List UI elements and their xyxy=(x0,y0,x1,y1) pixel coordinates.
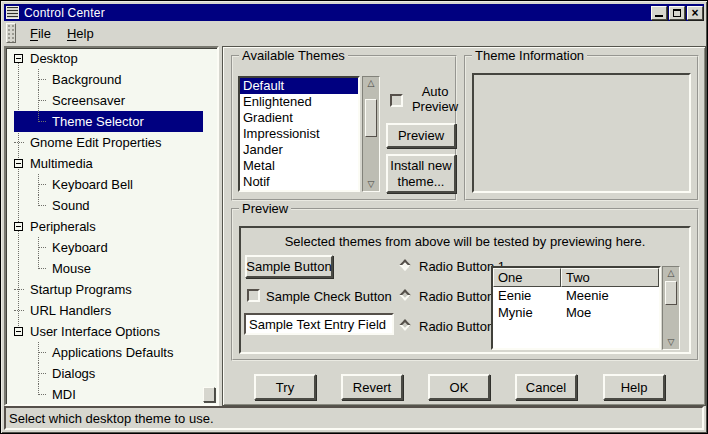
tree-item-screensaver[interactable]: Screensaver xyxy=(14,90,203,111)
sample-checkbox-label: Sample Check Button xyxy=(266,289,392,304)
tree-scrollbar-thumb[interactable] xyxy=(203,387,215,402)
preview-area: Selected themes from above will be teste… xyxy=(239,226,691,354)
settings-panel: Available Themes Default Enlightened Gra… xyxy=(222,46,706,406)
table-scrollbar[interactable]: △ ▽ xyxy=(662,266,680,350)
tree-item-dialogs[interactable]: Dialogs xyxy=(14,363,203,384)
tree-item-label: Keyboard xyxy=(52,240,108,255)
tree-item-multimedia[interactable]: Multimedia xyxy=(14,153,203,174)
tree-connector xyxy=(34,90,46,111)
available-themes-title: Available Themes xyxy=(239,48,348,63)
theme-list-item[interactable]: Default xyxy=(240,78,358,94)
tree-connector xyxy=(34,258,46,279)
close-icon: × xyxy=(691,7,698,19)
theme-list-item[interactable]: Enlightened xyxy=(240,94,358,110)
menubar: File Help xyxy=(4,21,704,45)
tree-item-peripherals[interactable]: Peripherals xyxy=(14,216,203,237)
auto-preview-checkbox[interactable] xyxy=(390,94,403,107)
category-tree: Desktop Background Screensaver Theme Sel… xyxy=(4,46,219,406)
scroll-down-icon[interactable]: ▽ xyxy=(363,178,379,191)
table-header-one[interactable]: One xyxy=(493,268,561,287)
revert-button[interactable]: Revert xyxy=(341,374,403,400)
tree-connector xyxy=(34,237,46,258)
theme-list-item[interactable]: Gradient xyxy=(240,110,358,126)
sample-text-entry[interactable] xyxy=(244,313,394,335)
ok-button[interactable]: OK xyxy=(428,374,490,400)
menu-file[interactable]: File xyxy=(22,24,59,43)
tree-connector xyxy=(34,111,46,132)
tree-item-background[interactable]: Background xyxy=(14,69,203,90)
tree-item-url-handlers[interactable]: URL Handlers xyxy=(14,300,203,321)
table-header-two[interactable]: Two xyxy=(561,268,659,287)
tree-item-label: Theme Selector xyxy=(52,114,144,129)
tree-item-label: Mouse xyxy=(52,261,91,276)
tree-item-label: Screensaver xyxy=(52,93,125,108)
statusbar: Select which desktop theme to use. xyxy=(4,406,704,430)
scroll-up-icon[interactable]: △ xyxy=(363,77,379,90)
tree-item-keyboard[interactable]: Keyboard xyxy=(14,237,203,258)
tree-connector xyxy=(34,384,46,405)
sample-checkbox[interactable] xyxy=(247,289,260,302)
radio-button-2[interactable] xyxy=(399,289,410,300)
status-text: Select which desktop theme to use. xyxy=(9,411,214,426)
table-row[interactable]: Mynie Moe xyxy=(493,304,659,321)
tree-item-label: Keyboard Bell xyxy=(52,177,133,192)
radio-button-3[interactable] xyxy=(399,319,410,330)
tree-item-label: Sound xyxy=(52,198,90,213)
table-scrollbar-thumb[interactable] xyxy=(665,281,677,305)
tree-connector xyxy=(34,69,46,90)
sample-button[interactable]: Sample Button xyxy=(245,255,333,278)
themes-scrollbar-thumb[interactable] xyxy=(365,99,377,137)
tree-expander-icon[interactable] xyxy=(14,159,23,168)
themes-list: Default Enlightened Gradient Impressioni… xyxy=(238,76,360,192)
sample-table: One Two Eenie Meenie Mynie Moe xyxy=(491,266,661,350)
available-themes-frame: Available Themes Default Enlightened Gra… xyxy=(231,55,457,201)
minimize-button[interactable] xyxy=(651,6,667,20)
tree-expander-icon[interactable] xyxy=(14,222,23,231)
tree-connector xyxy=(34,195,46,216)
install-new-theme-button[interactable]: Install new theme... xyxy=(386,154,456,193)
tree-connector xyxy=(14,310,24,311)
theme-list-item[interactable]: Notif xyxy=(240,174,358,190)
tree-item-applications-defaults[interactable]: Applications Defaults xyxy=(14,342,203,363)
preview-button[interactable]: Preview xyxy=(386,123,456,148)
menu-help-rest: elp xyxy=(76,26,93,41)
tree-item-gnome-edit-properties[interactable]: Gnome Edit Properties xyxy=(14,132,203,153)
theme-list-item[interactable]: Impressionist xyxy=(240,126,358,142)
tree-item-label: Startup Programs xyxy=(30,282,132,297)
auto-preview-label: Auto Preview xyxy=(407,84,463,114)
scroll-up-icon[interactable]: △ xyxy=(663,267,679,280)
menu-help[interactable]: Help xyxy=(59,24,102,43)
window-controls: × xyxy=(651,6,704,20)
tree-item-label: User Interface Options xyxy=(30,324,160,339)
themes-scrollbar[interactable]: △ ▽ xyxy=(362,76,380,192)
tree-expander-icon[interactable] xyxy=(14,327,23,336)
tree-item-mdi[interactable]: MDI xyxy=(14,384,203,405)
close-button[interactable]: × xyxy=(687,6,703,20)
tree-item-label: Multimedia xyxy=(30,156,93,171)
tree-item-user-interface-options[interactable]: User Interface Options xyxy=(14,321,203,342)
tree-item-desktop[interactable]: Desktop xyxy=(14,48,203,69)
table-row[interactable]: Eenie Meenie xyxy=(493,287,659,304)
tree-item-label: Peripherals xyxy=(30,219,96,234)
tree-connector xyxy=(14,142,24,143)
table-cell: Eenie xyxy=(493,287,561,304)
minimize-icon xyxy=(655,15,663,17)
help-button[interactable]: Help xyxy=(603,374,665,400)
menu-drag-handle-icon[interactable] xyxy=(6,23,16,43)
tree-item-mouse[interactable]: Mouse xyxy=(14,258,203,279)
maximize-button[interactable] xyxy=(669,6,685,20)
theme-list-item[interactable]: Metal xyxy=(240,158,358,174)
titlebar[interactable]: Control Center × xyxy=(4,4,704,21)
scroll-down-icon[interactable]: ▽ xyxy=(663,336,679,349)
try-button[interactable]: Try xyxy=(254,374,316,400)
tree-item-startup-programs[interactable]: Startup Programs xyxy=(14,279,203,300)
window-menu-icon[interactable] xyxy=(6,6,19,19)
tree-expander-icon[interactable] xyxy=(14,54,23,63)
sample-table-header: One Two xyxy=(493,268,659,287)
radio-button-1[interactable] xyxy=(399,259,410,270)
theme-list-item[interactable]: Jander xyxy=(240,142,358,158)
tree-item-theme-selector[interactable]: Theme Selector xyxy=(14,111,203,132)
tree-item-keyboard-bell[interactable]: Keyboard Bell xyxy=(14,174,203,195)
cancel-button[interactable]: Cancel xyxy=(515,374,577,400)
tree-item-sound[interactable]: Sound xyxy=(14,195,203,216)
